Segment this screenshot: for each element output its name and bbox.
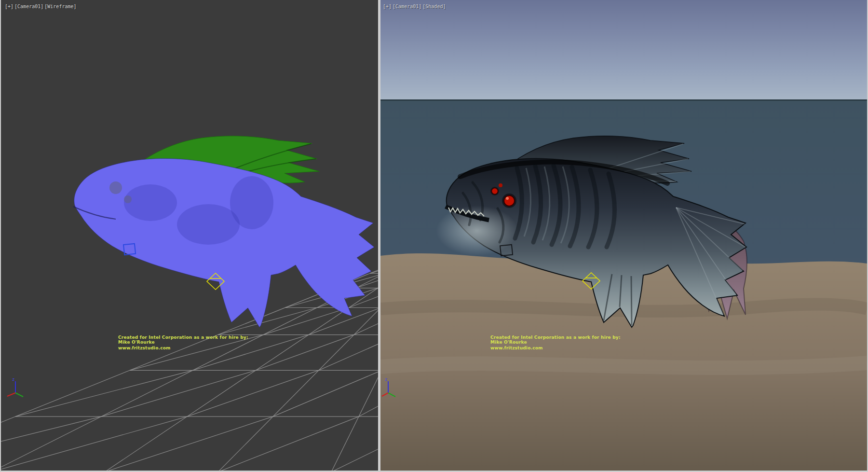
eye-small	[499, 183, 502, 187]
viewport-shading-menu[interactable]: [Shaded]	[422, 4, 446, 9]
viewport-label: [+] [Camera01] [Shaded]	[383, 4, 446, 9]
viewport-general-menu[interactable]: [+]	[383, 4, 392, 9]
axis-y	[15, 393, 23, 397]
viewport-wireframe[interactable]: [+] [Camera01] [Wireframe]	[1, 0, 378, 471]
belly-highlight	[436, 206, 518, 256]
credit-line-3: www.fritzstudio.com	[118, 346, 248, 350]
axis-z-label: z	[12, 377, 14, 382]
credit-line-2: Mike O'Rourke	[118, 340, 248, 345]
credit-overlay: Created for Intel Corporation as a work …	[118, 335, 248, 350]
fish-model-wireframe[interactable]	[73, 136, 374, 327]
viewport-pov-menu[interactable]: [Camera01]	[393, 4, 421, 9]
credit-line-2: Mike O'Rourke	[490, 340, 621, 345]
viewport-pov-menu[interactable]: [Camera01]	[14, 4, 43, 9]
viewport-shaded[interactable]: [+] [Camera01] [Shaded]	[380, 0, 867, 471]
viewport-shading-menu[interactable]: [Wireframe]	[44, 4, 76, 9]
shaded-scene: z	[380, 0, 867, 471]
wireframe-scene: z	[1, 0, 378, 471]
credit-line-1: Created for Intel Corporation as a work …	[490, 335, 621, 340]
viewport-label: [+] [Camera01] [Wireframe]	[5, 4, 77, 9]
world-axis-tripod: z	[7, 377, 23, 397]
axis-x	[7, 393, 15, 396]
credit-overlay: Created for Intel Corporation as a work …	[490, 335, 621, 350]
eye-large	[504, 195, 515, 206]
viewport-general-menu[interactable]: [+]	[5, 4, 14, 9]
viewport-workspace: [+] [Camera01] [Wireframe]	[0, 0, 868, 472]
credit-line-1: Created for Intel Corporation as a work …	[118, 335, 248, 340]
credit-line-3: www.fritzstudio.com	[490, 346, 621, 350]
eye-medium	[492, 188, 498, 194]
axis-z-label: z	[385, 377, 387, 382]
